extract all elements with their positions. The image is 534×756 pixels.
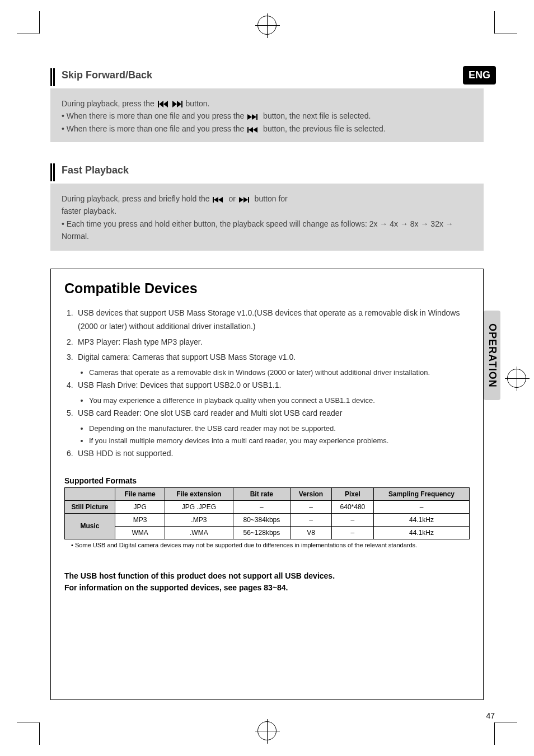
row-header: Still Picture: [65, 500, 115, 513]
crop-mark: [39, 11, 40, 34]
skip-next-icon: [247, 114, 260, 120]
cell: 80~384kbps: [233, 513, 291, 526]
text: During playback, press and briefly hold …: [62, 194, 210, 203]
text: faster playback.: [62, 206, 116, 215]
text: The USB host function of this product do…: [64, 571, 335, 580]
skip-prev-next-icon: [158, 101, 182, 107]
cell: –: [291, 500, 332, 513]
table-footnote: • Some USB and Digital camera devices ma…: [71, 542, 470, 549]
crop-mark: [39, 722, 40, 745]
text: During playback, press the: [62, 99, 154, 108]
list-sub-item: If you install multiple memory devices i…: [89, 435, 470, 447]
table-row: File name File extension Bit rate Versio…: [65, 487, 470, 500]
registration-mark: [257, 16, 277, 35]
list-item: MP3 Player: Flash type MP3 player.: [78, 336, 203, 349]
table-row: Music MP3 .MP3 80~384kbps – – 44.1kHz: [65, 513, 470, 526]
cell: –: [374, 500, 470, 513]
box-title: Compatible Devices: [64, 280, 470, 297]
list-sub-item: Cameras that operate as a removable disk…: [89, 367, 470, 379]
text: For information on the supported devices…: [64, 583, 288, 592]
cell: .WMA: [165, 526, 233, 539]
text: Some USB and Digital camera devices may …: [75, 542, 417, 548]
table-heading: Supported Formats: [64, 476, 470, 485]
cell: V8: [291, 526, 332, 539]
section-marker-icon: [50, 68, 55, 86]
heading-fast: Fast Playback: [62, 165, 129, 176]
compatible-devices-box: Compatible Devices 1.USB devices that su…: [50, 269, 484, 700]
cell: JPG: [115, 500, 165, 513]
list-item: USB devices that support USB Mass Storag…: [78, 307, 470, 334]
col-header: Version: [291, 487, 332, 500]
list-sub-item: You may experience a difference in playb…: [89, 395, 470, 407]
crop-mark: [17, 34, 39, 34]
cell: –: [331, 513, 373, 526]
heading-skip: Skip Forward/Back: [62, 69, 152, 81]
instruction-box-skip: During playback, press the button. • Whe…: [50, 88, 484, 142]
list-item: USB HDD is not supported.: [78, 447, 173, 461]
col-header: Bit rate: [233, 487, 291, 500]
row-header: Music: [65, 513, 115, 539]
cell: 44.1kHz: [374, 513, 470, 526]
cell: 640*480: [331, 500, 373, 513]
col-header: Sampling Frequency: [374, 487, 470, 500]
text: button, the previous file is selected.: [263, 124, 386, 133]
text: Each time you press and hold either butt…: [62, 219, 453, 241]
section-tab-operation: OPERATION: [484, 311, 500, 400]
cell: JPG .JPEG: [165, 500, 233, 513]
registration-mark: [257, 721, 277, 740]
table-row: Still Picture JPG JPG .JPEG – – 640*480 …: [65, 500, 470, 513]
supported-formats-table: File name File extension Bit rate Versio…: [64, 487, 470, 539]
cell: –: [233, 500, 291, 513]
cell: 56~128kbps: [233, 526, 291, 539]
col-header: Pixel: [331, 487, 373, 500]
text: button.: [186, 99, 210, 108]
text: When there is more than one file and you…: [67, 124, 245, 133]
list-item: USB card Reader: One slot USB card reade…: [78, 407, 342, 420]
list-sub-item: Depending on the manufacturer. the USB c…: [89, 422, 470, 435]
crop-mark: [494, 11, 495, 34]
instruction-box-fast: During playback, press and briefly hold …: [50, 184, 484, 251]
page-content: ENG OPERATION Skip Forward/Back During p…: [50, 56, 484, 700]
footer-notes: The USB host function of this product do…: [64, 570, 470, 594]
col-header: File name: [115, 487, 165, 500]
page-number: 47: [486, 711, 495, 720]
skip-prev-icon: [213, 197, 225, 203]
text: button for: [255, 194, 288, 203]
cell: 44.1kHz: [374, 526, 470, 539]
crop-mark: [495, 722, 517, 722]
list-item: Digital camera: Cameras that support USB…: [78, 351, 296, 364]
text: button, the next file is selected.: [263, 111, 371, 120]
list-item: USB Flash Drive: Devices that support US…: [78, 379, 281, 392]
cell: MP3: [115, 513, 165, 526]
device-list: 1.USB devices that support USB Mass Stor…: [67, 307, 470, 461]
crop-mark: [17, 722, 39, 722]
skip-prev-icon: [247, 127, 260, 133]
cell: .MP3: [165, 513, 233, 526]
text: or: [228, 194, 235, 203]
section-tab-label: OPERATION: [486, 323, 498, 388]
registration-mark: [507, 369, 526, 388]
col-header: [65, 487, 115, 500]
table-row: WMA .WMA 56~128kbps V8 – 44.1kHz: [65, 526, 470, 539]
language-badge: ENG: [463, 66, 496, 84]
cell: WMA: [115, 526, 165, 539]
crop-mark: [494, 722, 495, 745]
section-marker-icon: [50, 163, 55, 181]
skip-next-icon: [239, 197, 251, 203]
crop-mark: [495, 34, 517, 34]
cell: –: [291, 513, 332, 526]
text: When there is more than one file and you…: [67, 111, 245, 120]
cell: –: [331, 526, 373, 539]
col-header: File extension: [165, 487, 233, 500]
